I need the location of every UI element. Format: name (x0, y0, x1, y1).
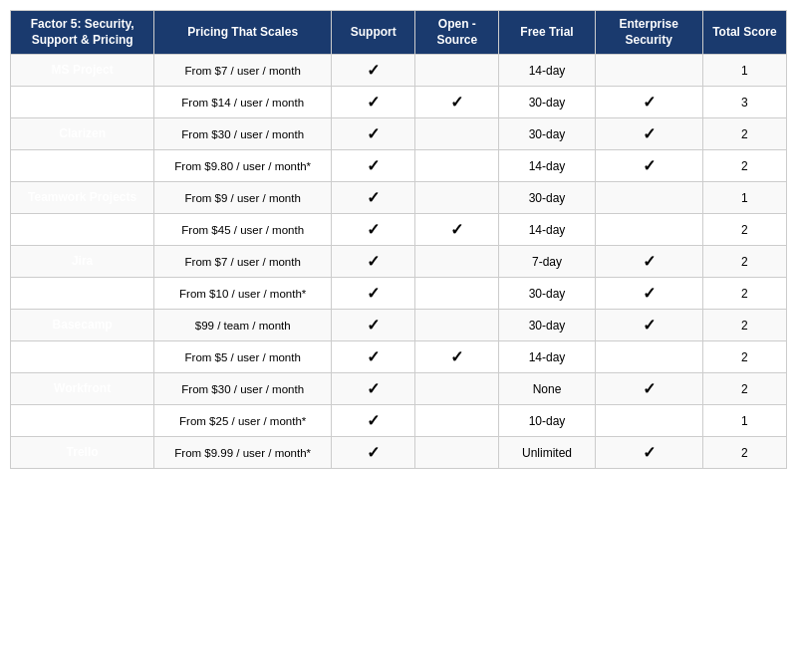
pricing-cell: From $9 / user / month (154, 182, 332, 214)
check-icon: ✓ (367, 62, 380, 79)
enterprise-cell (595, 214, 702, 246)
comparison-table: Factor 5: Security, Support & Pricing Pr… (10, 10, 787, 469)
row-label: MS Project (11, 55, 154, 87)
header-opensource: Open - Source (415, 11, 499, 55)
check-icon: ✓ (367, 348, 380, 365)
table-row: JiraFrom $7 / user / month✓7-day✓2 (11, 246, 787, 278)
table-row: Zoho ProjectsFrom $25 / user / month*✓10… (11, 405, 787, 437)
opensource-cell (415, 55, 499, 87)
total-score-cell: 2 (702, 246, 786, 278)
opensource-cell: ✓ (415, 341, 499, 373)
support-cell: ✓ (332, 341, 415, 373)
check-icon: ✓ (367, 412, 380, 429)
support-cell: ✓ (332, 373, 415, 405)
total-score-cell: 2 (702, 278, 786, 310)
check-icon: ✓ (643, 444, 656, 461)
freetrial-cell: 7-day (499, 246, 595, 278)
freetrial-cell: 30-day (499, 182, 595, 214)
check-icon: ✓ (367, 94, 380, 111)
total-score-cell: 2 (702, 310, 786, 341)
table-row: AsanaFrom $10 / user / month*✓30-day✓2 (11, 278, 787, 310)
freetrial-cell: 14-day (499, 214, 595, 246)
freetrial-cell: 30-day (499, 118, 595, 150)
table-row: Monday.comFrom $5 / user / month✓✓14-day… (11, 341, 787, 373)
opensource-cell (415, 310, 499, 341)
row-label: Smartsheet (11, 87, 154, 118)
table-row: MS ProjectFrom $7 / user / month✓14-day1 (11, 55, 787, 87)
opensource-cell (415, 405, 499, 437)
header-total: Total Score (702, 11, 786, 55)
total-score-cell: 1 (702, 55, 786, 87)
support-cell: ✓ (332, 214, 415, 246)
check-icon: ✓ (367, 157, 380, 174)
check-icon: ✓ (643, 157, 656, 174)
enterprise-cell: ✓ (595, 437, 702, 469)
enterprise-cell: ✓ (595, 278, 702, 310)
pricing-cell: From $7 / user / month (154, 55, 332, 87)
pricing-cell: From $30 / user / month (154, 373, 332, 405)
check-icon: ✓ (450, 348, 463, 365)
check-icon: ✓ (367, 189, 380, 206)
check-icon: ✓ (367, 285, 380, 302)
table-row: ClarizenFrom $30 / user / month✓30-day✓2 (11, 118, 787, 150)
support-cell: ✓ (332, 87, 415, 118)
table-row: WorkfrontFrom $30 / user / month✓None✓2 (11, 373, 787, 405)
opensource-cell (415, 437, 499, 469)
pricing-cell: From $30 / user / month (154, 118, 332, 150)
freetrial-cell: 30-day (499, 87, 595, 118)
pricing-cell: From $25 / user / month* (154, 405, 332, 437)
header-enterprise: Enterprise Security (595, 11, 702, 55)
total-score-cell: 3 (702, 87, 786, 118)
support-cell: ✓ (332, 437, 415, 469)
opensource-cell: ✓ (415, 214, 499, 246)
enterprise-cell (595, 405, 702, 437)
row-label: Wrike (11, 150, 154, 182)
total-score-cell: 2 (702, 150, 786, 182)
enterprise-cell: ✓ (595, 118, 702, 150)
support-cell: ✓ (332, 246, 415, 278)
table-row: LiquidPlannerFrom $45 / user / month✓✓14… (11, 214, 787, 246)
freetrial-cell: Unlimited (499, 437, 595, 469)
check-icon: ✓ (643, 285, 656, 302)
enterprise-cell (595, 55, 702, 87)
opensource-cell (415, 246, 499, 278)
pricing-cell: From $14 / user / month (154, 87, 332, 118)
row-label: Jira (11, 246, 154, 278)
check-icon: ✓ (450, 221, 463, 238)
support-cell: ✓ (332, 55, 415, 87)
table-row: Basecamp$99 / team / month✓30-day✓2 (11, 310, 787, 341)
support-cell: ✓ (332, 405, 415, 437)
total-score-cell: 2 (702, 373, 786, 405)
enterprise-cell: ✓ (595, 150, 702, 182)
pricing-cell: From $5 / user / month (154, 341, 332, 373)
enterprise-cell (595, 341, 702, 373)
check-icon: ✓ (367, 444, 380, 461)
total-score-cell: 1 (702, 182, 786, 214)
check-icon: ✓ (643, 380, 656, 397)
pricing-cell: From $9.99 / user / month* (154, 437, 332, 469)
opensource-cell (415, 278, 499, 310)
pricing-cell: $99 / team / month (154, 310, 332, 341)
opensource-cell (415, 373, 499, 405)
header-support: Support (332, 11, 415, 55)
pricing-cell: From $10 / user / month* (154, 278, 332, 310)
pricing-cell: From $7 / user / month (154, 246, 332, 278)
check-icon: ✓ (643, 94, 656, 111)
check-icon: ✓ (643, 317, 656, 334)
enterprise-cell: ✓ (595, 87, 702, 118)
enterprise-cell: ✓ (595, 373, 702, 405)
pricing-cell: From $45 / user / month (154, 214, 332, 246)
support-cell: ✓ (332, 310, 415, 341)
row-label: Clarizen (11, 118, 154, 150)
check-icon: ✓ (367, 253, 380, 270)
table-row: Teamwork ProjectsFrom $9 / user / month✓… (11, 182, 787, 214)
table-row: WrikeFrom $9.80 / user / month*✓14-day✓2 (11, 150, 787, 182)
enterprise-cell (595, 182, 702, 214)
total-score-cell: 1 (702, 405, 786, 437)
header-pricing: Pricing That Scales (154, 11, 332, 55)
opensource-cell (415, 118, 499, 150)
check-icon: ✓ (367, 380, 380, 397)
support-cell: ✓ (332, 182, 415, 214)
freetrial-cell: None (499, 373, 595, 405)
row-label: Asana (11, 278, 154, 310)
